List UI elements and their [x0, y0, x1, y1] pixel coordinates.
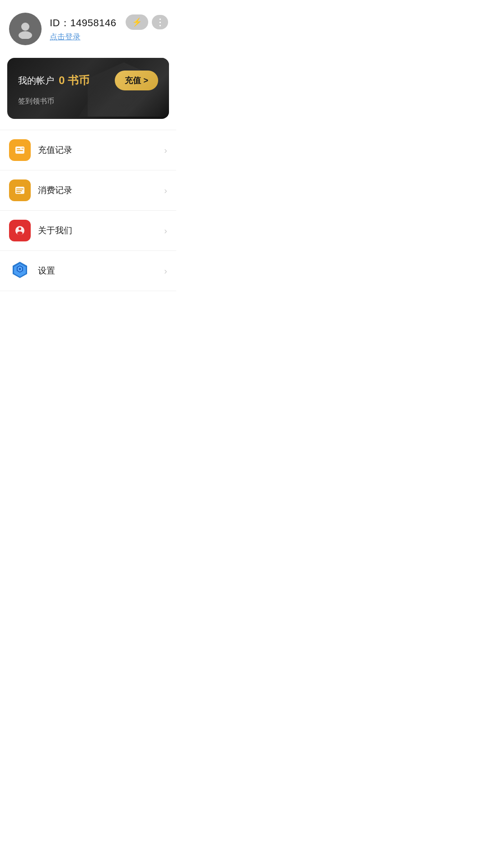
banner-account-label: 我的帐户 — [18, 75, 54, 87]
svg-point-18 — [19, 268, 21, 270]
svg-rect-4 — [17, 150, 23, 151]
avatar[interactable] — [9, 13, 42, 45]
menu-item-about-us[interactable]: 关于我们 › — [0, 211, 176, 251]
expense-record-icon — [14, 184, 26, 197]
menu-list: $ 充值记录 › 消费记录 › — [0, 130, 176, 291]
settings-icon-wrapper — [9, 260, 31, 282]
login-link[interactable]: 点击登录 — [50, 32, 167, 42]
battery-icon: ⚡ — [132, 17, 142, 27]
recharge-record-icon: $ — [14, 144, 26, 156]
about-us-chevron: › — [164, 226, 167, 236]
banner-subtitle: 签到领书币 — [18, 97, 158, 106]
settings-chevron: › — [164, 266, 167, 276]
about-us-icon — [14, 224, 26, 237]
settings-icon — [9, 260, 31, 282]
avatar-icon — [15, 19, 35, 39]
banner-coins: 0 书币 — [59, 73, 89, 88]
svg-point-0 — [21, 23, 29, 31]
expense-record-label: 消费记录 — [38, 184, 164, 196]
banner-top-row: 我的帐户 0 书币 充值 > — [18, 71, 158, 90]
about-us-label: 关于我们 — [38, 225, 164, 236]
recharge-record-chevron: › — [164, 145, 167, 156]
header-actions: ⚡ ⋮ — [126, 14, 168, 30]
recharge-record-icon-wrapper: $ — [9, 139, 31, 161]
page-wrapper: ID：14958146 点击登录 ⚡ ⋮ 我的帐户 0 书币 充值 > 签到领书… — [0, 0, 176, 291]
battery-button[interactable]: ⚡ — [126, 14, 148, 30]
account-banner: 我的帐户 0 书币 充值 > 签到领书币 — [7, 58, 169, 119]
menu-item-recharge-record[interactable]: $ 充值记录 › — [0, 130, 176, 170]
profile-section: ID：14958146 点击登录 ⚡ ⋮ — [0, 0, 176, 54]
expense-record-chevron: › — [164, 185, 167, 196]
svg-point-1 — [19, 31, 32, 39]
svg-point-12 — [19, 227, 21, 230]
menu-item-settings[interactable]: 设置 › — [0, 251, 176, 291]
menu-item-expense-record[interactable]: 消费记录 › — [0, 170, 176, 211]
svg-rect-3 — [17, 148, 20, 149]
recharge-record-label: 充值记录 — [38, 144, 164, 156]
banner-title-group: 我的帐户 0 书币 — [18, 73, 89, 88]
svg-text:$: $ — [22, 147, 23, 150]
expense-record-icon-wrapper — [9, 179, 31, 201]
recharge-button[interactable]: 充值 > — [115, 71, 158, 90]
about-us-icon-wrapper — [9, 220, 31, 241]
more-button[interactable]: ⋮ — [152, 15, 168, 29]
more-icon: ⋮ — [155, 18, 165, 27]
settings-label: 设置 — [38, 265, 164, 277]
